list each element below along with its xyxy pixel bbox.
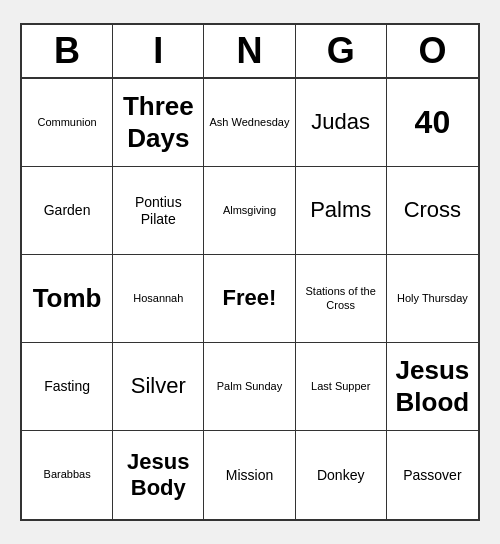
- cell-text: Jesus Body: [117, 449, 199, 502]
- header-letter: I: [113, 25, 204, 77]
- bingo-cell: Communion: [22, 79, 113, 167]
- header-letter: G: [296, 25, 387, 77]
- bingo-cell: Hosannah: [113, 255, 204, 343]
- cell-text: Ash Wednesday: [210, 116, 290, 129]
- bingo-cell: Three Days: [113, 79, 204, 167]
- bingo-cell: Silver: [113, 343, 204, 431]
- bingo-cell: Ash Wednesday: [204, 79, 295, 167]
- bingo-cell: Barabbas: [22, 431, 113, 519]
- bingo-cell: Pontius Pilate: [113, 167, 204, 255]
- bingo-cell: Holy Thursday: [387, 255, 478, 343]
- cell-text: Last Supper: [311, 380, 370, 393]
- cell-text: Holy Thursday: [397, 292, 468, 305]
- bingo-card: BINGO CommunionThree DaysAsh WednesdayJu…: [20, 23, 480, 521]
- cell-text: Passover: [403, 467, 461, 484]
- bingo-cell: 40: [387, 79, 478, 167]
- bingo-cell: Stations of the Cross: [296, 255, 387, 343]
- cell-text: Cross: [404, 197, 461, 223]
- bingo-cell: Free!: [204, 255, 295, 343]
- bingo-cell: Palm Sunday: [204, 343, 295, 431]
- bingo-cell: Palms: [296, 167, 387, 255]
- cell-text: Free!: [223, 285, 277, 311]
- bingo-cell: Donkey: [296, 431, 387, 519]
- cell-text: 40: [415, 103, 451, 141]
- cell-text: Fasting: [44, 378, 90, 395]
- bingo-cell: Garden: [22, 167, 113, 255]
- cell-text: Palm Sunday: [217, 380, 282, 393]
- cell-text: Jesus Blood: [391, 355, 474, 417]
- bingo-cell: Tomb: [22, 255, 113, 343]
- cell-text: Communion: [37, 116, 96, 129]
- cell-text: Palms: [310, 197, 371, 223]
- cell-text: Mission: [226, 467, 273, 484]
- bingo-cell: Jesus Blood: [387, 343, 478, 431]
- cell-text: Almsgiving: [223, 204, 276, 217]
- header-letter: O: [387, 25, 478, 77]
- bingo-cell: Last Supper: [296, 343, 387, 431]
- bingo-cell: Almsgiving: [204, 167, 295, 255]
- cell-text: Tomb: [33, 283, 102, 314]
- bingo-cell: Fasting: [22, 343, 113, 431]
- cell-text: Pontius Pilate: [117, 194, 199, 228]
- bingo-cell: Judas: [296, 79, 387, 167]
- cell-text: Donkey: [317, 467, 364, 484]
- bingo-header: BINGO: [22, 25, 478, 79]
- cell-text: Barabbas: [44, 468, 91, 481]
- bingo-cell: Passover: [387, 431, 478, 519]
- bingo-cell: Mission: [204, 431, 295, 519]
- bingo-grid: CommunionThree DaysAsh WednesdayJudas40G…: [22, 79, 478, 519]
- cell-text: Judas: [311, 109, 370, 135]
- cell-text: Stations of the Cross: [300, 285, 382, 311]
- bingo-cell: Cross: [387, 167, 478, 255]
- bingo-cell: Jesus Body: [113, 431, 204, 519]
- cell-text: Garden: [44, 202, 91, 219]
- cell-text: Three Days: [117, 91, 199, 153]
- cell-text: Hosannah: [133, 292, 183, 305]
- header-letter: N: [204, 25, 295, 77]
- header-letter: B: [22, 25, 113, 77]
- cell-text: Silver: [131, 373, 186, 399]
